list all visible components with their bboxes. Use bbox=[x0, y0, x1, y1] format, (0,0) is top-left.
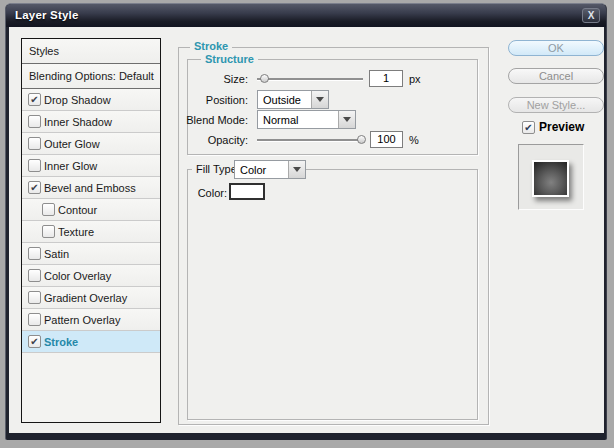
unchecked-checkbox[interactable] bbox=[28, 115, 41, 128]
sidebar-item-inner-shadow[interactable]: Inner Shadow bbox=[22, 111, 160, 133]
style-preview-thumbnail bbox=[518, 144, 584, 210]
chevron-down-icon[interactable] bbox=[338, 111, 355, 128]
opacity-slider-track[interactable] bbox=[257, 139, 363, 141]
checked-checkbox[interactable]: ✔ bbox=[28, 335, 41, 348]
sidebar-item-label: Bevel and Emboss bbox=[41, 182, 136, 194]
checked-checkbox[interactable]: ✔ bbox=[28, 93, 41, 106]
preview-option[interactable]: ✔ Preview bbox=[522, 120, 584, 134]
sidebar-item-label: Contour bbox=[55, 204, 97, 216]
position-dropdown[interactable]: Outside bbox=[257, 90, 329, 109]
new-style-button[interactable]: New Style... bbox=[508, 97, 604, 113]
cancel-button[interactable]: Cancel bbox=[508, 68, 604, 84]
unchecked-checkbox[interactable] bbox=[28, 137, 41, 150]
dialog-body: StylesBlending Options: Default✔Drop Sha… bbox=[9, 27, 604, 433]
opacity-unit-label: % bbox=[409, 134, 419, 146]
stroke-panel-legend: Stroke bbox=[190, 40, 232, 52]
sidebar-item-pattern-overlay[interactable]: Pattern Overlay bbox=[22, 309, 160, 331]
position-dropdown-value: Outside bbox=[258, 94, 311, 106]
checked-checkbox[interactable]: ✔ bbox=[28, 181, 41, 194]
size-unit-label: px bbox=[409, 73, 421, 85]
sidebar-item-inner-glow[interactable]: Inner Glow bbox=[22, 155, 160, 177]
sidebar-item-label: Blending Options: Default bbox=[29, 70, 154, 82]
sidebar-item-label: Color Overlay bbox=[41, 270, 111, 282]
fill-type-dropdown[interactable]: Color bbox=[234, 160, 306, 179]
sidebar-item-color-overlay[interactable]: Color Overlay bbox=[22, 265, 160, 287]
size-slider-track[interactable] bbox=[257, 78, 363, 80]
sidebar-item-label: Stroke bbox=[41, 336, 78, 348]
color-label: Color: bbox=[128, 187, 227, 199]
preview-label: Preview bbox=[539, 120, 584, 134]
sidebar-item-label: Pattern Overlay bbox=[41, 314, 120, 326]
opacity-slider-thumb[interactable] bbox=[357, 135, 366, 144]
sidebar-item-label: Drop Shadow bbox=[41, 94, 111, 106]
chevron-down-icon[interactable] bbox=[288, 161, 305, 178]
sidebar-item-stroke[interactable]: ✔Stroke bbox=[22, 331, 160, 353]
size-slider-thumb[interactable] bbox=[260, 74, 269, 83]
layer-style-dialog: Layer Style X StylesBlending Options: De… bbox=[5, 3, 607, 440]
sidebar-item-styles[interactable]: Styles bbox=[22, 39, 160, 64]
blend-mode-dropdown-value: Normal bbox=[258, 114, 338, 126]
opacity-label: Opacity: bbox=[149, 134, 248, 146]
stroke-color-swatch[interactable] bbox=[229, 183, 265, 200]
sidebar-item-label: Gradient Overlay bbox=[41, 292, 127, 304]
preview-swatch-image bbox=[532, 160, 569, 197]
unchecked-checkbox[interactable] bbox=[28, 313, 41, 326]
unchecked-checkbox[interactable] bbox=[42, 225, 55, 238]
sidebar-item-label: Inner Shadow bbox=[41, 116, 112, 128]
sidebar-item-contour[interactable]: Contour bbox=[22, 199, 160, 221]
window-title: Layer Style bbox=[15, 9, 79, 21]
sidebar-item-blending-options-default[interactable]: Blending Options: Default bbox=[22, 64, 160, 89]
fill-type-group bbox=[187, 169, 478, 420]
unchecked-checkbox[interactable] bbox=[28, 291, 41, 304]
position-label: Position: bbox=[149, 94, 248, 106]
unchecked-checkbox[interactable] bbox=[28, 269, 41, 282]
unchecked-checkbox[interactable] bbox=[28, 247, 41, 260]
sidebar-item-outer-glow[interactable]: Outer Glow bbox=[22, 133, 160, 155]
sidebar-item-label: Texture bbox=[55, 226, 94, 238]
sidebar-item-label: Inner Glow bbox=[41, 160, 97, 172]
size-value-field[interactable]: 1 bbox=[369, 70, 403, 87]
opacity-value-field[interactable]: 100 bbox=[370, 131, 403, 148]
blend-mode-label: Blend Mode: bbox=[149, 114, 248, 126]
structure-legend: Structure bbox=[201, 53, 258, 65]
sidebar-item-label: Outer Glow bbox=[41, 138, 100, 150]
unchecked-checkbox[interactable] bbox=[42, 203, 55, 216]
sidebar-item-satin[interactable]: Satin bbox=[22, 243, 160, 265]
title-bar[interactable]: Layer Style X bbox=[6, 4, 606, 27]
size-label: Size: bbox=[149, 73, 248, 85]
preview-checkbox[interactable]: ✔ bbox=[522, 121, 535, 134]
sidebar-item-label: Satin bbox=[41, 248, 69, 260]
sidebar-item-texture[interactable]: Texture bbox=[22, 221, 160, 243]
sidebar-item-label: Styles bbox=[29, 45, 59, 57]
styles-list: StylesBlending Options: Default✔Drop Sha… bbox=[21, 38, 161, 423]
desktop-background: Layer Style X StylesBlending Options: De… bbox=[0, 0, 614, 448]
sidebar-item-gradient-overlay[interactable]: Gradient Overlay bbox=[22, 287, 160, 309]
chevron-down-icon[interactable] bbox=[311, 91, 328, 108]
close-icon[interactable]: X bbox=[582, 8, 600, 23]
fill-type-dropdown-value: Color bbox=[235, 164, 288, 176]
ok-button[interactable]: OK bbox=[508, 40, 604, 56]
sidebar-item-drop-shadow[interactable]: ✔Drop Shadow bbox=[22, 89, 160, 111]
unchecked-checkbox[interactable] bbox=[28, 159, 41, 172]
blend-mode-dropdown[interactable]: Normal bbox=[257, 110, 356, 129]
